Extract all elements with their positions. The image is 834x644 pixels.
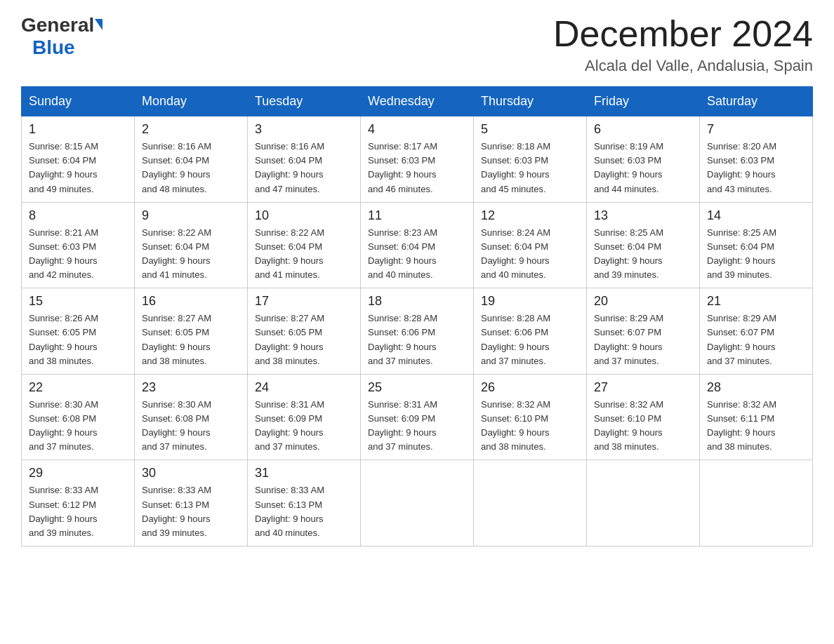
calendar-cell: 25Sunrise: 8:31 AMSunset: 6:09 PMDayligh… xyxy=(361,374,474,460)
calendar-cell: 19Sunrise: 8:28 AMSunset: 6:06 PMDayligh… xyxy=(474,288,587,375)
calendar-cell: 22Sunrise: 8:30 AMSunset: 6:08 PMDayligh… xyxy=(22,374,135,460)
calendar-cell: 21Sunrise: 8:29 AMSunset: 6:07 PMDayligh… xyxy=(700,288,813,375)
day-number: 30 xyxy=(142,466,240,481)
day-info: Sunrise: 8:16 AMSunset: 6:04 PMDaylight:… xyxy=(255,140,353,196)
day-info: Sunrise: 8:33 AMSunset: 6:12 PMDaylight:… xyxy=(29,483,127,540)
day-number: 9 xyxy=(142,208,240,223)
calendar-cell: 15Sunrise: 8:26 AMSunset: 6:05 PMDayligh… xyxy=(22,288,135,375)
day-number: 1 xyxy=(29,122,127,137)
calendar-header-row: SundayMondayTuesdayWednesdayThursdayFrid… xyxy=(22,87,813,116)
calendar-cell: 30Sunrise: 8:33 AMSunset: 6:13 PMDayligh… xyxy=(135,460,248,546)
day-info: Sunrise: 8:21 AMSunset: 6:03 PMDaylight:… xyxy=(29,226,127,283)
day-info: Sunrise: 8:20 AMSunset: 6:03 PMDaylight:… xyxy=(707,140,805,196)
day-number: 28 xyxy=(707,380,805,395)
calendar-cell: 3Sunrise: 8:16 AMSunset: 6:04 PMDaylight… xyxy=(248,116,361,203)
day-number: 31 xyxy=(255,466,353,481)
day-info: Sunrise: 8:27 AMSunset: 6:05 PMDaylight:… xyxy=(142,311,240,368)
day-number: 6 xyxy=(594,122,692,137)
calendar-cell: 10Sunrise: 8:22 AMSunset: 6:04 PMDayligh… xyxy=(248,202,361,288)
logo-blue-text: Blue xyxy=(32,36,75,59)
calendar-week-row: 22Sunrise: 8:30 AMSunset: 6:08 PMDayligh… xyxy=(22,374,813,460)
day-of-week-header: Tuesday xyxy=(248,87,361,116)
day-info: Sunrise: 8:15 AMSunset: 6:04 PMDaylight:… xyxy=(29,140,127,196)
day-of-week-header: Sunday xyxy=(22,87,135,116)
calendar-week-row: 8Sunrise: 8:21 AMSunset: 6:03 PMDaylight… xyxy=(22,202,813,288)
day-info: Sunrise: 8:30 AMSunset: 6:08 PMDaylight:… xyxy=(142,398,240,455)
day-number: 27 xyxy=(594,380,692,395)
calendar-cell: 13Sunrise: 8:25 AMSunset: 6:04 PMDayligh… xyxy=(587,202,700,288)
day-of-week-header: Wednesday xyxy=(361,87,474,116)
calendar-cell xyxy=(361,460,474,546)
day-of-week-header: Friday xyxy=(587,87,700,116)
calendar-cell xyxy=(587,460,700,546)
day-number: 3 xyxy=(255,122,353,137)
day-info: Sunrise: 8:22 AMSunset: 6:04 PMDaylight:… xyxy=(255,226,353,283)
calendar-cell xyxy=(474,460,587,546)
day-number: 12 xyxy=(481,208,579,223)
day-info: Sunrise: 8:16 AMSunset: 6:04 PMDaylight:… xyxy=(142,140,240,196)
day-info: Sunrise: 8:32 AMSunset: 6:10 PMDaylight:… xyxy=(481,398,579,455)
calendar-cell: 9Sunrise: 8:22 AMSunset: 6:04 PMDaylight… xyxy=(135,202,248,288)
calendar-cell: 2Sunrise: 8:16 AMSunset: 6:04 PMDaylight… xyxy=(135,116,248,203)
logo: General Blue xyxy=(21,14,102,59)
day-number: 26 xyxy=(481,380,579,395)
calendar-week-row: 15Sunrise: 8:26 AMSunset: 6:05 PMDayligh… xyxy=(22,288,813,375)
day-number: 19 xyxy=(481,294,579,309)
calendar-cell: 7Sunrise: 8:20 AMSunset: 6:03 PMDaylight… xyxy=(700,116,813,203)
day-number: 29 xyxy=(29,466,127,481)
day-number: 8 xyxy=(29,208,127,223)
day-info: Sunrise: 8:26 AMSunset: 6:05 PMDaylight:… xyxy=(29,311,127,368)
calendar-cell: 27Sunrise: 8:32 AMSunset: 6:10 PMDayligh… xyxy=(587,374,700,460)
calendar-cell: 26Sunrise: 8:32 AMSunset: 6:10 PMDayligh… xyxy=(474,374,587,460)
day-number: 5 xyxy=(481,122,579,137)
logo-triangle-icon xyxy=(95,19,102,30)
calendar-cell: 14Sunrise: 8:25 AMSunset: 6:04 PMDayligh… xyxy=(700,202,813,288)
calendar-cell: 4Sunrise: 8:17 AMSunset: 6:03 PMDaylight… xyxy=(361,116,474,203)
calendar-cell: 18Sunrise: 8:28 AMSunset: 6:06 PMDayligh… xyxy=(361,288,474,375)
day-number: 17 xyxy=(255,294,353,309)
day-info: Sunrise: 8:23 AMSunset: 6:04 PMDaylight:… xyxy=(368,226,466,283)
day-number: 14 xyxy=(707,208,805,223)
calendar-cell xyxy=(700,460,813,546)
day-number: 15 xyxy=(29,294,127,309)
day-number: 13 xyxy=(594,208,692,223)
day-info: Sunrise: 8:27 AMSunset: 6:05 PMDaylight:… xyxy=(255,311,353,368)
day-number: 24 xyxy=(255,380,353,395)
day-number: 11 xyxy=(368,208,466,223)
day-number: 2 xyxy=(142,122,240,137)
day-info: Sunrise: 8:28 AMSunset: 6:06 PMDaylight:… xyxy=(368,311,466,368)
calendar-cell: 17Sunrise: 8:27 AMSunset: 6:05 PMDayligh… xyxy=(248,288,361,375)
day-number: 4 xyxy=(368,122,466,137)
day-number: 23 xyxy=(142,380,240,395)
day-info: Sunrise: 8:30 AMSunset: 6:08 PMDaylight:… xyxy=(29,398,127,455)
calendar-cell: 11Sunrise: 8:23 AMSunset: 6:04 PMDayligh… xyxy=(361,202,474,288)
day-info: Sunrise: 8:18 AMSunset: 6:03 PMDaylight:… xyxy=(481,140,579,196)
calendar-cell: 6Sunrise: 8:19 AMSunset: 6:03 PMDaylight… xyxy=(587,116,700,203)
day-info: Sunrise: 8:32 AMSunset: 6:10 PMDaylight:… xyxy=(594,398,692,455)
day-number: 20 xyxy=(594,294,692,309)
calendar-cell: 29Sunrise: 8:33 AMSunset: 6:12 PMDayligh… xyxy=(22,460,135,546)
day-number: 22 xyxy=(29,380,127,395)
day-info: Sunrise: 8:31 AMSunset: 6:09 PMDaylight:… xyxy=(255,398,353,455)
day-number: 18 xyxy=(368,294,466,309)
calendar-cell: 24Sunrise: 8:31 AMSunset: 6:09 PMDayligh… xyxy=(248,374,361,460)
title-section: December 2024 Alcala del Valle, Andalusi… xyxy=(553,14,813,75)
calendar-cell: 12Sunrise: 8:24 AMSunset: 6:04 PMDayligh… xyxy=(474,202,587,288)
day-number: 25 xyxy=(368,380,466,395)
location-subtitle: Alcala del Valle, Andalusia, Spain xyxy=(553,57,813,75)
calendar-cell: 16Sunrise: 8:27 AMSunset: 6:05 PMDayligh… xyxy=(135,288,248,375)
day-number: 7 xyxy=(707,122,805,137)
day-info: Sunrise: 8:29 AMSunset: 6:07 PMDaylight:… xyxy=(707,311,805,368)
calendar-cell: 1Sunrise: 8:15 AMSunset: 6:04 PMDaylight… xyxy=(22,116,135,203)
day-number: 21 xyxy=(707,294,805,309)
logo-general-text: General xyxy=(21,14,94,36)
day-info: Sunrise: 8:33 AMSunset: 6:13 PMDaylight:… xyxy=(142,483,240,540)
calendar-week-row: 1Sunrise: 8:15 AMSunset: 6:04 PMDaylight… xyxy=(22,116,813,203)
day-info: Sunrise: 8:29 AMSunset: 6:07 PMDaylight:… xyxy=(594,311,692,368)
calendar-cell: 5Sunrise: 8:18 AMSunset: 6:03 PMDaylight… xyxy=(474,116,587,203)
day-number: 16 xyxy=(142,294,240,309)
calendar-cell: 20Sunrise: 8:29 AMSunset: 6:07 PMDayligh… xyxy=(587,288,700,375)
day-number: 10 xyxy=(255,208,353,223)
day-info: Sunrise: 8:31 AMSunset: 6:09 PMDaylight:… xyxy=(368,398,466,455)
calendar-cell: 8Sunrise: 8:21 AMSunset: 6:03 PMDaylight… xyxy=(22,202,135,288)
